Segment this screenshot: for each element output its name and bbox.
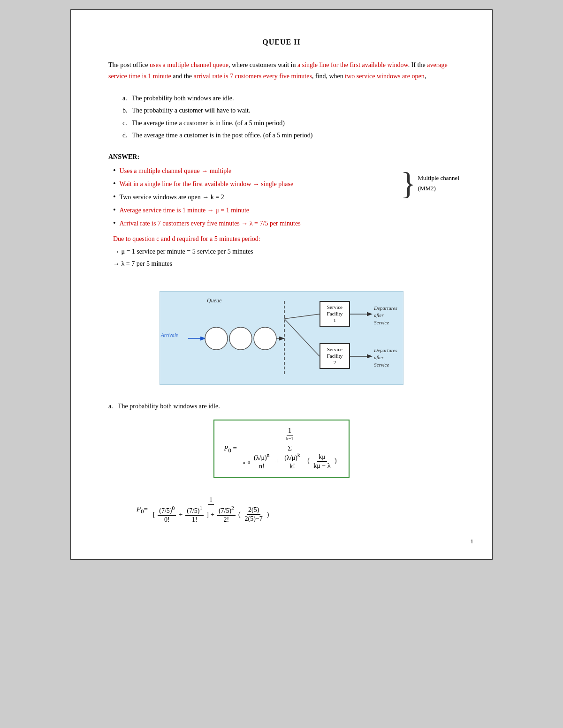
bullet-text: Arrival rate is 7 customers every five m… (120, 217, 301, 230)
sum-den: n! (258, 462, 266, 470)
list-item: d. The average time a customer is in the… (122, 129, 455, 142)
page: QUEUE II The post office uses a multiple… (70, 9, 493, 560)
plus2: + (211, 511, 214, 518)
second-term-frac: (λ/μ)k k! (283, 452, 301, 471)
bullet-text: Uses a multiple channel queue → multiple (120, 165, 232, 178)
expanded-formula: P0= 1 [ (7/5)0 0! + (7/5)1 1! ] + (7/5)2… (137, 496, 455, 524)
intro-text4: a single line for the first available wi… (297, 61, 408, 68)
term0: (7/5)0 0! (158, 505, 176, 524)
question-letter: a. (122, 92, 127, 105)
due-to-line: Due to question c and d required for a 5… (113, 233, 455, 246)
paren-term: 2(5) 2(5)−7 (243, 506, 264, 523)
list-item: c. The average time a customer is in lin… (122, 117, 455, 130)
question-text: The average time a customer is in the po… (132, 129, 313, 142)
brace-group: } Multiple channel (MM2) (401, 165, 459, 202)
exp-numerator: 1 (208, 496, 214, 505)
main-fraction: 1 k−1 Σ n=0 (λ/μ)n n! + (241, 427, 338, 471)
bracket-close: ] (206, 511, 209, 518)
answer-header: ANSWER: (108, 153, 455, 161)
paren-expr: ( kμ kμ − λ ) (307, 457, 337, 464)
intro-text2: uses a multiple channel queue (150, 61, 228, 68)
intro-paragraph: The post office uses a multiple channel … (108, 60, 455, 82)
exp-denominator: [ (7/5)0 0! + (7/5)1 1! ] + (7/5)2 2! ( (152, 505, 271, 524)
bullet-section: Uses a multiple channel queue → multiple… (108, 165, 455, 230)
bullet-text: Wait in a single line for the first avai… (120, 178, 294, 191)
intro-text10: two service windows are open (345, 73, 425, 80)
expanded-main-frac: 1 [ (7/5)0 0! + (7/5)1 1! ] + (7/5)2 2! (152, 496, 271, 524)
plus1: + (179, 511, 183, 518)
queue-diagram: Queue Arrivals (160, 291, 403, 385)
question-text: The average time a customer is in line. … (132, 117, 285, 130)
formula-box: P0 = 1 k−1 Σ n=0 (λ/μ)n n! (213, 420, 349, 478)
numerator: 1 (287, 427, 293, 435)
t0-den: 0! (163, 516, 171, 524)
question-letter: b. (122, 105, 128, 117)
paren-open: ( (238, 511, 241, 518)
t1-num: (7/5)1 (185, 505, 204, 516)
denominator: k−1 Σ n=0 (λ/μ)n n! + (λ/μ)k k! (241, 435, 338, 471)
list-item: Arrival rate is 7 customers every five m… (113, 217, 455, 230)
mu-line: → μ = 1 service per minute = 5 service p… (113, 246, 455, 258)
term2: (7/5)2 2! (217, 505, 236, 524)
paren-close: ) (267, 511, 269, 518)
list-item: Average service time is 1 minute → μ = 1… (113, 204, 455, 217)
second-den: k! (288, 462, 297, 470)
sum-term-frac: (λ/μ)n n! (252, 452, 271, 471)
lambda-line: → λ = 7 per 5 minutes (113, 258, 455, 270)
departure-label-1: DeparturesafterService (374, 305, 397, 326)
sum-num: (λ/μ)n (252, 452, 271, 463)
diagram-container: Queue Arrivals (108, 282, 455, 394)
t2-den: 2! (222, 516, 231, 524)
service-box-1: ServiceFacility1 (320, 301, 350, 327)
intro-text3: , where customers wait in (228, 61, 297, 68)
svg-point-2 (229, 327, 252, 350)
intro-text1: The post office (108, 61, 150, 68)
svg-line-5 (284, 314, 320, 319)
question-text: The probability both windows are idle. (132, 92, 234, 105)
intro-text7: and the (171, 73, 194, 80)
service-box-2: ServiceFacility2 (320, 343, 350, 369)
svg-line-6 (284, 319, 320, 356)
intro-text5: . If the (408, 61, 427, 68)
list-item: a. The probability both windows are idle… (122, 92, 455, 105)
paren-num: kμ (317, 453, 327, 462)
page-title: QUEUE II (108, 38, 455, 46)
question-letter: d. (122, 129, 128, 142)
part-a-label: a. The probability both windows are idle… (108, 403, 455, 410)
p0-label: P (137, 506, 141, 513)
bracket-open: [ (153, 511, 155, 518)
svg-point-1 (205, 327, 228, 350)
formula-box-container: P0 = 1 k−1 Σ n=0 (λ/μ)n n! (108, 415, 455, 488)
multichannel-label: Multiple channel (MM2) (418, 173, 459, 194)
paren-den: kμ − λ (312, 462, 332, 470)
list-item: b. The probability a customer will have … (122, 105, 455, 117)
brace-icon: } (401, 167, 416, 199)
page-number: 1 (471, 538, 474, 545)
intro-text9: , find, when (312, 73, 345, 80)
pt-den: 2(5)−7 (243, 515, 264, 523)
pt-num: 2(5) (247, 506, 260, 515)
multichannel-text: Multiple channel (418, 173, 459, 183)
bullet-text: Average service time is 1 minute → μ = 1… (120, 204, 249, 217)
t2-num: (7/5)2 (217, 505, 236, 516)
paren-frac: kμ kμ − λ (312, 453, 332, 470)
intro-text8: arrival rate is 7 customers every five m… (194, 73, 312, 80)
intro-text11: , (425, 73, 426, 80)
question-text: The probability a customer will have to … (132, 105, 251, 117)
t1-den: 1! (190, 516, 199, 524)
question-letter: c. (122, 117, 127, 130)
t0-num: (7/5)0 (158, 505, 176, 516)
questions-list: a. The probability both windows are idle… (122, 92, 455, 142)
mm2-text: (MM2) (418, 183, 459, 194)
svg-point-3 (254, 327, 276, 350)
term1: (7/5)1 1! (185, 505, 204, 524)
diagram-svg (160, 292, 403, 384)
departure-label-2: DeparturesafterService (374, 347, 397, 368)
bullet-text: Two service windows are open → k = 2 (120, 191, 224, 204)
second-num: (λ/μ)k (283, 452, 301, 463)
